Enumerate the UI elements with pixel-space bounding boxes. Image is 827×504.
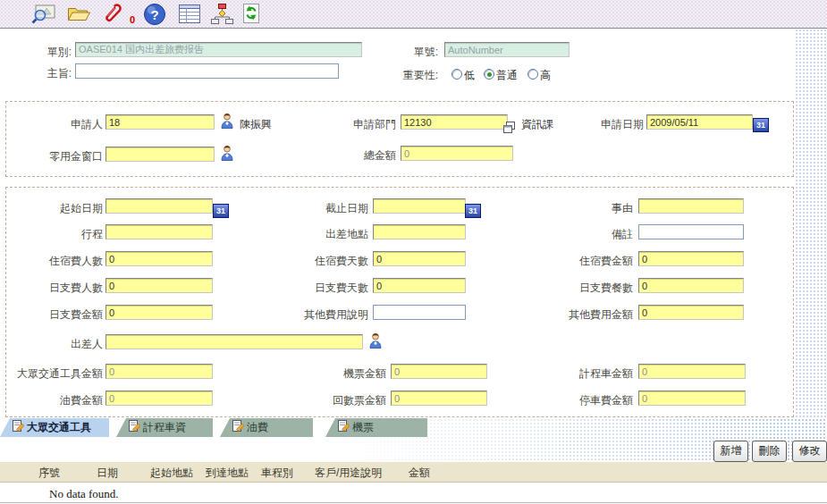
- daily-meals-input[interactable]: [638, 278, 744, 293]
- total-input: [401, 146, 513, 161]
- help-icon[interactable]: ?: [143, 3, 166, 29]
- dept-input[interactable]: [401, 114, 508, 130]
- location-label: 出差地點: [295, 227, 368, 242]
- edit-doc-icon: [129, 420, 140, 435]
- petty-cash-person-icon[interactable]: [220, 145, 234, 164]
- daily-meals-label: 日支費餐數: [545, 281, 633, 296]
- other-desc-input[interactable]: [373, 305, 466, 320]
- page-background-strip: [795, 29, 827, 418]
- other-amount-label: 其他費用金額: [545, 307, 633, 323]
- lodging-amount-input[interactable]: [638, 251, 744, 266]
- fuel-amount-input: [105, 391, 213, 406]
- grid-col-purpose: 客戶/用途說明: [315, 466, 382, 481]
- tab-airfare[interactable]: 機票: [325, 418, 427, 437]
- importance-option-high[interactable]: 高: [540, 68, 551, 83]
- traveler-input[interactable]: [105, 334, 363, 349]
- subject-label: 主旨:: [13, 66, 72, 81]
- grid-col-destination: 到達地點: [206, 466, 249, 481]
- form-type-field: [75, 42, 362, 57]
- daily-people-input[interactable]: [105, 278, 213, 293]
- dept-picker-icon[interactable]: [503, 122, 515, 136]
- grid-col-trip-type: 車程別: [261, 466, 293, 481]
- refresh-icon[interactable]: [241, 3, 262, 28]
- grid-header: 序號 日期 起始地點 到達地點 車程別 客戶/用途說明 金額: [0, 462, 827, 483]
- lodging-people-label: 住宿費人數: [13, 254, 103, 269]
- applicant-panel: [5, 101, 794, 177]
- airfare-amount-label: 機票金額: [313, 366, 386, 382]
- apply-date-input[interactable]: [646, 114, 753, 130]
- add-button[interactable]: 新增: [713, 441, 748, 462]
- form-no-field: [444, 42, 570, 57]
- org-chart-icon[interactable]: [210, 3, 234, 28]
- detail-list-icon[interactable]: [178, 3, 202, 28]
- total-label: 總金額: [326, 148, 396, 164]
- location-input[interactable]: [373, 224, 466, 239]
- tab-label: 油費: [247, 420, 268, 435]
- apply-date-calendar-icon[interactable]: 31: [753, 118, 769, 132]
- fuel-amount-label: 油費金額: [13, 393, 103, 408]
- importance-label: 重要性:: [379, 68, 438, 83]
- daily-days-input[interactable]: [373, 278, 466, 293]
- grid-col-origin: 起始地點: [150, 466, 193, 481]
- itinerary-input[interactable]: [105, 224, 213, 239]
- person-picker-icon[interactable]: [220, 113, 234, 131]
- tab-taxi[interactable]: 計程車資: [116, 418, 213, 437]
- svg-text:?: ?: [150, 7, 158, 22]
- edit-doc-icon: [13, 420, 24, 435]
- lodging-amount-label: 住宿費金額: [545, 254, 633, 269]
- transit-amount-input: [105, 364, 213, 379]
- tab-label: 機票: [352, 420, 374, 435]
- lodging-days-input[interactable]: [373, 251, 466, 266]
- importance-option-normal[interactable]: 普通: [496, 68, 518, 83]
- start-date-input[interactable]: [105, 198, 213, 214]
- applicant-label: 申請人: [13, 117, 103, 132]
- end-date-label: 截止日期: [295, 201, 368, 216]
- taxi-amount-label: 計程車金額: [545, 366, 633, 382]
- attachment-icon[interactable]: [101, 3, 124, 29]
- importance-radio-high[interactable]: [527, 69, 538, 80]
- end-date-calendar-icon[interactable]: 31: [465, 204, 481, 218]
- taxi-amount-input: [638, 364, 746, 379]
- tab-label: 計程車資: [143, 420, 186, 435]
- end-date-input[interactable]: [373, 198, 466, 214]
- other-desc-label: 其他費用說明: [295, 307, 368, 323]
- coupon-amount-input: [391, 391, 487, 406]
- itinerary-label: 行程: [13, 227, 103, 242]
- subject-input[interactable]: [75, 63, 339, 79]
- lodging-people-input[interactable]: [105, 251, 213, 266]
- note-label: 備註: [545, 227, 633, 242]
- bottom-divider: [0, 502, 827, 503]
- importance-radio-low[interactable]: [451, 69, 462, 80]
- print-preview-icon[interactable]: [30, 3, 57, 28]
- parking-amount-label: 停車費金額: [545, 393, 633, 408]
- toolbar: 0 ?: [0, 0, 827, 29]
- applicant-input[interactable]: [105, 114, 215, 130]
- tab-public-transport[interactable]: 大眾交通工具: [0, 418, 109, 437]
- note-input[interactable]: [638, 224, 744, 239]
- tab-fuel[interactable]: 油費: [220, 418, 313, 437]
- petty-cash-label: 零用金窗口: [13, 149, 103, 164]
- start-date-calendar-icon[interactable]: 31: [213, 204, 229, 218]
- modify-button[interactable]: 修改: [792, 441, 827, 462]
- start-date-label: 起始日期: [13, 201, 103, 216]
- delete-button[interactable]: 刪除: [752, 441, 787, 462]
- daily-amount-label: 日支費金額: [13, 307, 103, 323]
- dept-name: 資訊課: [521, 117, 553, 132]
- airfare-amount-input: [391, 364, 487, 379]
- traveler-person-icon[interactable]: [368, 332, 383, 351]
- open-folder-icon[interactable]: [66, 3, 91, 27]
- reason-label: 事由: [545, 201, 633, 216]
- daily-amount-input[interactable]: [105, 305, 213, 320]
- form-type-label: 單別:: [13, 45, 72, 60]
- daily-days-label: 日支費天數: [295, 281, 368, 296]
- lodging-days-label: 住宿費天數: [295, 254, 368, 269]
- tab-label: 大眾交通工具: [27, 420, 91, 435]
- petty-cash-input[interactable]: [105, 147, 215, 162]
- other-amount-input[interactable]: [638, 305, 744, 320]
- importance-radio-normal[interactable]: [484, 69, 494, 80]
- detail-grid-band: 大眾交通工具 計程車資 油費: [0, 418, 827, 462]
- apply-date-label: 申請日期: [577, 117, 644, 132]
- importance-option-low[interactable]: 低: [464, 68, 475, 83]
- dept-label: 申請部門: [326, 117, 396, 132]
- reason-input[interactable]: [638, 198, 744, 214]
